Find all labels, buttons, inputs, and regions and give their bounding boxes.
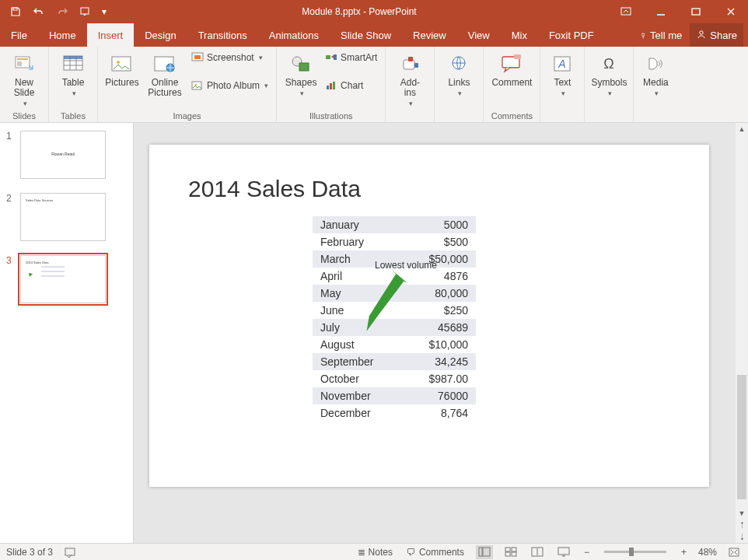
svg-rect-30 (514, 54, 521, 59)
svg-rect-0 (13, 8, 17, 10)
tab-view[interactable]: View (457, 23, 501, 47)
online-pictures-button[interactable]: Online Pictures (143, 50, 187, 100)
tab-foxit-pdf[interactable]: Foxit PDF (538, 23, 605, 47)
svg-rect-44 (558, 548, 569, 555)
photo-album-icon (191, 79, 204, 92)
zoom-slider[interactable] (604, 551, 666, 553)
ribbon-display-options-icon[interactable] (608, 0, 643, 23)
value-cell: 8,764 (398, 404, 476, 422)
scroll-thumb[interactable] (737, 375, 746, 499)
group-links: Links ▾ (435, 47, 484, 122)
normal-view-icon[interactable] (476, 545, 493, 559)
chevron-down-icon: ▾ (608, 89, 612, 97)
tab-insert[interactable]: Insert (87, 23, 135, 47)
notes-icon: ≣ (358, 547, 365, 558)
slide-thumbnail-2[interactable]: Sales Data Sources… (20, 193, 106, 241)
text-button[interactable]: A Text ▾ (545, 50, 579, 99)
svg-rect-37 (479, 548, 482, 556)
arrow-icon (351, 268, 414, 338)
spell-check-icon[interactable] (62, 547, 79, 558)
reading-view-icon[interactable] (529, 545, 546, 559)
prev-slide-icon[interactable]: ⭫ (736, 519, 748, 531)
redo-icon[interactable] (51, 1, 73, 23)
group-media: Media ▾ (634, 47, 677, 122)
comments-button[interactable]: 🗩Comments (404, 547, 467, 558)
zoom-out-button[interactable]: − (582, 547, 592, 558)
table-row: January5000 (313, 216, 476, 233)
table-button[interactable]: Table ▾ (54, 50, 93, 99)
vertical-scrollbar[interactable]: ▲ ▼ ⭫ ⭭ (736, 123, 748, 543)
tab-file[interactable]: File (0, 23, 38, 47)
minimize-icon[interactable] (643, 0, 678, 23)
group-label-media (638, 110, 673, 121)
media-button[interactable]: Media ▾ (638, 50, 673, 99)
chevron-down-icon: ▾ (655, 89, 659, 97)
tell-me-button[interactable]: ♀Tell me (633, 23, 688, 47)
slide: 2014 Sales Data January5000February$500M… (149, 145, 709, 487)
svg-point-11 (117, 61, 120, 64)
slide-canvas-area[interactable]: 2014 Sales Data January5000February$500M… (134, 123, 748, 543)
month-cell: August (313, 336, 398, 353)
zoom-slider-thumb[interactable] (629, 548, 634, 556)
links-button[interactable]: Links ▾ (439, 50, 478, 99)
smartart-button[interactable]: SmartArt (322, 50, 380, 65)
tab-mix[interactable]: Mix (501, 23, 538, 47)
svg-rect-7 (17, 61, 22, 66)
start-from-beginning-icon[interactable] (75, 1, 96, 23)
value-cell: $987.00 (398, 370, 476, 387)
status-bar: Slide 3 of 3 ≣Notes 🗩Comments − + 48% (0, 543, 748, 560)
tab-animations[interactable]: Animations (258, 23, 330, 47)
arrow-preview-icon (26, 266, 41, 282)
share-label: Share (710, 30, 737, 41)
chevron-down-icon: ▾ (561, 89, 565, 97)
group-label-slides: Slides (5, 110, 44, 121)
next-slide-icon[interactable]: ⭭ (736, 530, 748, 543)
thumb-row-2: 2 Sales Data Sources… (6, 193, 127, 241)
svg-rect-3 (692, 9, 700, 15)
svg-rect-27 (414, 63, 418, 68)
maximize-icon[interactable] (678, 0, 713, 23)
fit-to-window-icon[interactable] (726, 548, 742, 557)
group-label-text (545, 110, 579, 121)
tab-home[interactable]: Home (38, 23, 87, 47)
chart-button[interactable]: Chart (322, 78, 380, 93)
pictures-button[interactable]: Pictures (103, 50, 142, 89)
scroll-up-icon[interactable]: ▲ (736, 123, 748, 135)
slideshow-view-icon[interactable] (555, 545, 572, 559)
svg-rect-41 (505, 552, 510, 556)
notes-button[interactable]: ≣Notes (355, 547, 395, 558)
chevron-down-icon: ▾ (264, 82, 268, 89)
svg-rect-20 (326, 55, 330, 59)
save-icon[interactable] (5, 1, 26, 23)
slide-thumbnail-3[interactable]: 2014 Sales Data (20, 255, 106, 303)
slide-thumbnail-1[interactable]: Rowan Retail (20, 131, 106, 179)
tab-review[interactable]: Review (402, 23, 457, 47)
screenshot-button[interactable]: Screenshot▾ (188, 50, 271, 65)
tab-slide-show[interactable]: Slide Show (330, 23, 402, 47)
photo-album-button[interactable]: Photo Album▾ (188, 78, 271, 93)
lightbulb-icon: ♀ (639, 30, 647, 41)
tab-transitions[interactable]: Transitions (187, 23, 258, 47)
tab-design[interactable]: Design (134, 23, 187, 47)
group-label-illustrations: Illustrations (281, 110, 380, 121)
value-cell: 34,245 (398, 353, 476, 370)
svg-rect-21 (334, 54, 337, 60)
value-cell: 5000 (398, 216, 476, 233)
thumb-row-3: 3 2014 Sales Data (6, 255, 127, 303)
shapes-button[interactable]: Shapes ▾ (281, 50, 320, 99)
zoom-in-button[interactable]: + (679, 547, 689, 558)
share-button[interactable]: Share (690, 23, 743, 47)
slide-panel[interactable]: 1 Rowan Retail 2 Sales Data Sources… 3 2… (0, 123, 134, 543)
close-icon[interactable] (713, 0, 748, 23)
slide-sorter-view-icon[interactable] (502, 545, 519, 559)
window-controls (608, 0, 748, 23)
new-slide-button[interactable]: New Slide ▾ (5, 50, 44, 109)
qat-dropdown-icon[interactable]: ▾ (98, 1, 110, 23)
undo-icon[interactable] (28, 1, 50, 23)
chevron-down-icon: ▾ (259, 54, 263, 61)
scroll-down-icon[interactable]: ▼ (736, 507, 748, 520)
comment-button[interactable]: Comment (488, 50, 535, 89)
addins-button[interactable]: Add- ins ▾ (390, 50, 429, 109)
thumb-number: 3 (6, 255, 16, 303)
symbols-button[interactable]: Ω Symbols ▾ (589, 50, 628, 99)
